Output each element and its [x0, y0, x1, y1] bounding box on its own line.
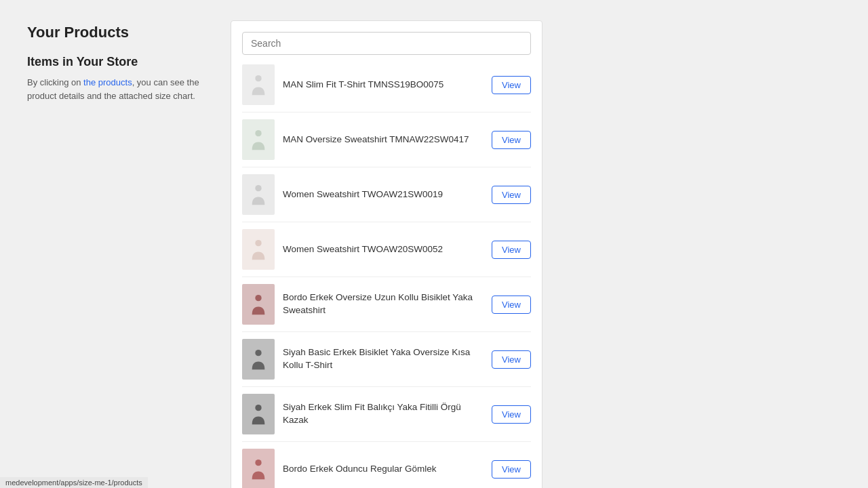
svg-point-3	[255, 240, 261, 246]
view-button[interactable]: View	[492, 186, 531, 204]
view-button[interactable]: View	[492, 296, 531, 314]
status-bar: medevelopment/apps/size-me-1/products	[0, 477, 148, 488]
list-item: Bordo Erkek Oduncu Regular GömlekView	[242, 442, 531, 488]
products-link[interactable]: the products	[83, 77, 132, 87]
list-item: Siyah Basic Erkek Bisiklet Yaka Oversize…	[242, 332, 531, 387]
svg-point-6	[255, 405, 261, 411]
view-button[interactable]: View	[492, 131, 531, 149]
product-list: MAN Slim Fit T-Shirt TMNSS19BO0075View M…	[242, 58, 531, 488]
list-item: MAN Oversize Sweatshirt TMNAW22SW0417Vie…	[242, 113, 531, 167]
desc-before-link: By clicking on	[27, 77, 83, 87]
view-button[interactable]: View	[492, 405, 531, 424]
product-name: MAN Oversize Sweatshirt TMNAW22SW0417	[283, 134, 484, 146]
view-button[interactable]: View	[492, 350, 531, 369]
list-item: Women Sweatshirt TWOAW20SW0052View	[242, 222, 531, 277]
svg-point-1	[255, 130, 261, 136]
product-image	[242, 119, 275, 160]
product-image	[242, 339, 275, 380]
product-name: Bordo Erkek Oduncu Regular Gömlek	[283, 463, 484, 476]
product-image	[242, 174, 275, 215]
view-button[interactable]: View	[492, 241, 531, 259]
svg-point-0	[255, 75, 261, 81]
list-item: Bordo Erkek Oversize Uzun Kollu Bisiklet…	[242, 277, 531, 332]
product-image	[242, 284, 275, 325]
product-name: Siyah Basic Erkek Bisiklet Yaka Oversize…	[283, 346, 484, 372]
list-item: MAN Slim Fit T-Shirt TMNSS19BO0075View	[242, 58, 531, 113]
product-image	[242, 449, 275, 488]
svg-point-4	[255, 295, 261, 301]
sidebar-description: By clicking on the products, you can see…	[27, 76, 203, 102]
svg-point-5	[255, 350, 261, 356]
svg-point-7	[255, 460, 261, 466]
page-title: Your Products	[27, 24, 203, 41]
list-item: Women Sweatshirt TWOAW21SW0019View	[242, 167, 531, 222]
product-name: MAN Slim Fit T-Shirt TMNSS19BO0075	[283, 79, 484, 92]
view-button[interactable]: View	[492, 76, 531, 94]
product-name: Siyah Erkek Slim Fit Balıkçı Yaka Fitill…	[283, 401, 484, 427]
product-name: Women Sweatshirt TWOAW21SW0019	[283, 188, 484, 201]
product-image	[242, 394, 275, 434]
view-button[interactable]: View	[492, 460, 531, 479]
product-image	[242, 64, 275, 105]
product-image	[242, 229, 275, 270]
list-item: Siyah Erkek Slim Fit Balıkçı Yaka Fitill…	[242, 387, 531, 442]
svg-point-2	[255, 185, 261, 191]
search-input[interactable]	[242, 32, 531, 55]
product-name: Women Sweatshirt TWOAW20SW0052	[283, 243, 484, 256]
product-name: Bordo Erkek Oversize Uzun Kollu Bisiklet…	[283, 291, 484, 317]
section-title: Items in Your Store	[27, 55, 203, 69]
product-panel: MAN Slim Fit T-Shirt TMNSS19BO0075View M…	[231, 20, 542, 488]
